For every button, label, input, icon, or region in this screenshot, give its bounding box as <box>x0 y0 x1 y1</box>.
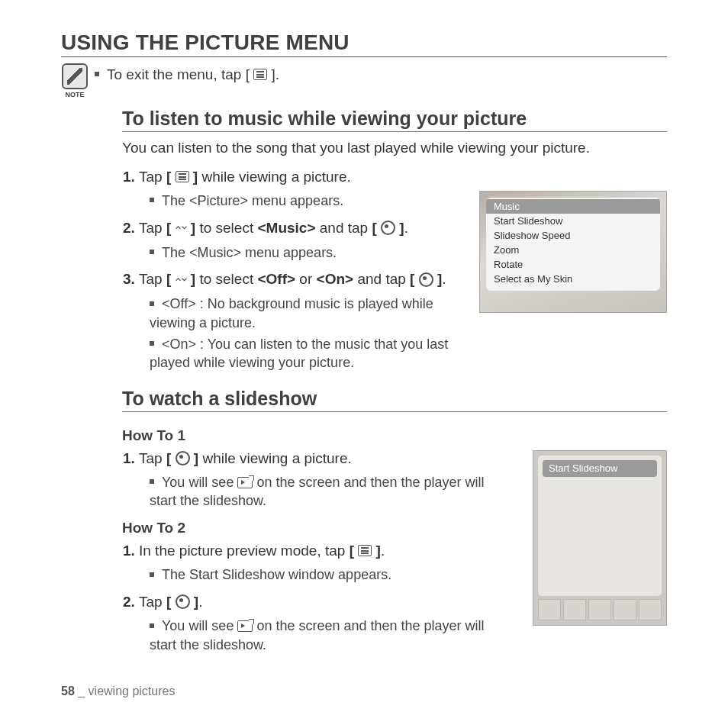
bullet-icon <box>95 72 99 76</box>
footer-sep: _ <box>75 685 89 697</box>
section1-intro: You can listen to the song that you last… <box>122 138 667 158</box>
section1-steps: Tap [ ] while viewing a picture. The <Pi… <box>122 167 456 372</box>
menu-icon <box>358 545 372 556</box>
section2-heading: To watch a slideshow <box>122 388 667 412</box>
menu-item-start-slideshow[interactable]: Start Slideshow <box>486 214 660 228</box>
howto2-sub1: The Start Slideshow window appears. <box>150 565 510 584</box>
howto2-step1: In the picture preview mode, tap [ ]. Th… <box>139 541 510 585</box>
device-screenshot-slideshow: Start Slideshow <box>533 450 667 626</box>
step3-sub-off: <Off> : No background music is played wh… <box>150 295 456 332</box>
footer-chapter: viewing pictures <box>89 685 176 697</box>
step3-sub-on: <On> : You can listen to the music that … <box>150 335 456 372</box>
note-text-pre: To exit the menu, tap [ <box>107 66 250 82</box>
device2-screen: Start Slideshow <box>538 456 662 596</box>
slideshow-icon <box>237 620 253 632</box>
thumbnail <box>639 599 662 620</box>
howto1-sub: You will see on the screen and then the … <box>150 473 510 511</box>
howto1-label: How To 1 <box>122 427 510 444</box>
step-1: Tap [ ] while viewing a picture. The <Pi… <box>139 167 456 211</box>
bullet-icon <box>150 250 154 254</box>
menu-item-rotate[interactable]: Rotate <box>486 257 660 272</box>
step-3: Tap [ ] to select <Off> or <On> and tap … <box>139 269 456 372</box>
bullet-icon <box>150 341 154 346</box>
select-icon <box>176 451 190 465</box>
bullet-icon <box>150 623 154 628</box>
note-icon-box: NOTE <box>61 63 89 98</box>
howto2-steps: In the picture preview mode, tap [ ]. Th… <box>122 541 510 654</box>
menu-item-zoom[interactable]: Zoom <box>486 243 660 257</box>
menu-item-slideshow-speed[interactable]: Slideshow Speed <box>486 228 660 243</box>
howto2-label: How To 2 <box>122 520 510 536</box>
step-2: Tap [ ] to select <Music> and tap [ ]. T… <box>139 218 456 263</box>
select-icon <box>176 594 190 609</box>
page-footer: 58 _ viewing pictures <box>61 685 667 698</box>
pencil-icon <box>62 63 88 89</box>
menu-icon <box>176 171 189 182</box>
howto1-steps: Tap [ ] while viewing a picture. You wil… <box>122 449 510 511</box>
bullet-icon <box>150 198 154 202</box>
up-down-icon <box>176 269 187 290</box>
thumbnail-strip <box>538 599 662 620</box>
thumbnail <box>614 599 636 620</box>
note-text: To exit the menu, tap [ ]. <box>95 63 667 83</box>
howto1-step1: Tap [ ] while viewing a picture. You wil… <box>139 449 510 511</box>
slideshow-icon <box>237 477 253 488</box>
note-text-post: ]. <box>272 66 280 82</box>
bullet-icon <box>150 301 154 306</box>
howto2-sub2: You will see on the screen and then the … <box>150 617 510 654</box>
thumbnail <box>538 599 561 620</box>
howto2-step2: Tap [ ]. You will see on the screen and … <box>139 592 510 654</box>
up-down-icon <box>176 217 187 238</box>
bullet-icon <box>150 479 154 484</box>
menu-icon <box>253 69 267 80</box>
menu-item-select-skin[interactable]: Select as My Skin <box>486 272 660 286</box>
step1-sub: The <Picture> menu appears. <box>150 192 456 210</box>
section1-heading: To listen to music while viewing your pi… <box>122 108 667 132</box>
page-title: USING THE PICTURE MENU <box>61 31 667 57</box>
select-icon <box>381 221 395 235</box>
picture-menu: Music Start Slideshow Slideshow Speed Zo… <box>486 198 660 291</box>
thumbnail <box>563 599 586 620</box>
start-slideshow-bar[interactable]: Start Slideshow <box>543 460 657 477</box>
note-label: NOTE <box>65 91 84 98</box>
device-screenshot-menu: Music Start Slideshow Slideshow Speed Zo… <box>479 191 667 313</box>
page-number: 58 <box>61 685 75 697</box>
bullet-icon <box>150 572 154 577</box>
menu-item-music[interactable]: Music <box>486 199 660 214</box>
note-row: NOTE To exit the menu, tap [ ]. <box>61 63 667 98</box>
thumbnail <box>588 599 611 620</box>
step2-sub: The <Music> menu appears. <box>150 243 456 262</box>
select-icon <box>419 272 433 287</box>
